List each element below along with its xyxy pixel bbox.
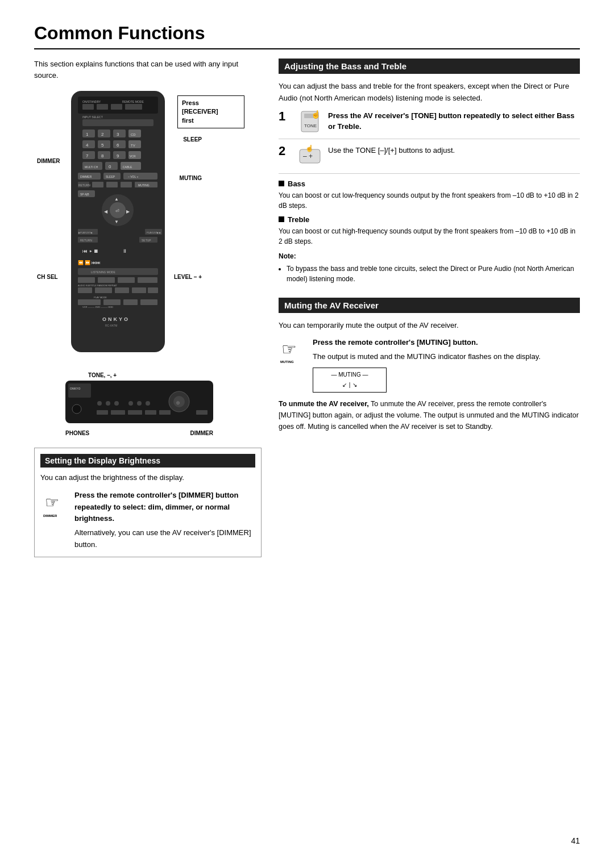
label-muting: MUTING <box>180 175 202 181</box>
svg-text:INPUT SELECT: INPUT SELECT <box>82 115 103 119</box>
svg-text:▶PLAYLIST◀: ▶PLAYLIST◀ <box>78 231 93 234</box>
svg-rect-78 <box>138 277 157 283</box>
label-level: LEVEL – + <box>174 274 202 280</box>
bass-subsection: Bass You can boost or cut low-frequency … <box>279 180 580 211</box>
svg-text:LISTENING MODE: LISTENING MODE <box>91 270 115 274</box>
bass-text: You can boost or cut low-frequency sound… <box>279 190 580 211</box>
label-chsel: CH SEL <box>37 274 58 280</box>
svg-text:– VOL +: – VOL + <box>128 175 138 178</box>
svg-text:ONKYO: ONKYO <box>70 387 80 390</box>
svg-point-100 <box>128 401 133 406</box>
svg-text:2: 2 <box>101 132 104 137</box>
tone-label: TONE, –, + <box>88 372 179 378</box>
svg-text:PLAYLIST▶◀: PLAYLIST▶◀ <box>147 231 161 234</box>
muting-intro: You can temporarily mute the output of t… <box>279 320 580 332</box>
svg-text:⏪ ⏩ ⏮⏭: ⏪ ⏩ ⏮⏭ <box>78 260 101 265</box>
svg-rect-88 <box>123 299 138 305</box>
to-unmute-text: To unmute the AV receiver, To unmute the… <box>279 398 580 432</box>
svg-text:▲: ▲ <box>114 197 119 202</box>
treble-text: You can boost or cut high-frequency soun… <box>279 226 580 247</box>
svg-rect-30 <box>113 151 126 159</box>
svg-text:AUDIO  SUBTITLE  RANDOM  REPEA: AUDIO SUBTITLE RANDOM REPEAT <box>78 284 117 287</box>
svg-text:PLAY MODE: PLAY MODE <box>94 296 107 299</box>
svg-rect-20 <box>98 140 110 148</box>
tone-remote-svg: ONKYO ◎ <box>65 381 213 426</box>
svg-rect-28 <box>98 151 110 159</box>
svg-rect-107 <box>111 410 125 415</box>
svg-rect-80 <box>78 287 92 293</box>
callout-press-receiver: Press [RECEIVER] first <box>177 95 244 128</box>
svg-text:⏮ ▶ ⏹: ⏮ ▶ ⏹ <box>82 248 98 254</box>
svg-text:MUTING: MUTING <box>138 183 150 187</box>
muting-display: — MUTING — ↙|↘ <box>313 368 387 393</box>
svg-text:☞: ☞ <box>45 494 59 511</box>
page-title: Common Functions <box>34 23 580 49</box>
step2-content: Use the TONE [–]/[+] buttons to adjust. <box>328 145 580 156</box>
svg-rect-4 <box>82 104 94 110</box>
svg-rect-89 <box>140 299 157 305</box>
muting-step-row: ☞ MUTING Press the remote controller's [… <box>279 337 580 393</box>
muting-section: Muting the AV Receiver You can temporari… <box>279 298 580 432</box>
svg-rect-10 <box>82 130 95 137</box>
svg-text:VCR: VCR <box>130 155 136 158</box>
remote-svg: ON/STANDBY REMOTE MODE INPUT SELECT 1 2 <box>65 91 171 364</box>
svg-point-99 <box>114 401 119 406</box>
svg-rect-9 <box>82 119 154 126</box>
svg-rect-73 <box>78 268 158 275</box>
svg-text:▶: ▶ <box>126 209 130 214</box>
svg-rect-22 <box>113 140 126 148</box>
treble-subsection: Treble You can boost or cut high-frequen… <box>279 215 580 247</box>
svg-text:RETURN: RETURN <box>80 239 92 242</box>
step2-num: 2 <box>279 145 291 157</box>
svg-text:☝: ☝ <box>311 110 321 119</box>
label-sleep: SLEEP <box>183 136 202 143</box>
svg-point-101 <box>137 401 142 406</box>
svg-point-102 <box>146 401 150 406</box>
bass-heading: Bass <box>279 180 580 188</box>
adjusting-intro: You can adjust the bass and treble for t… <box>279 81 580 105</box>
page-number: 41 <box>571 836 580 845</box>
svg-text:⏎: ⏎ <box>115 208 119 214</box>
svg-rect-12 <box>98 130 110 137</box>
svg-text:☞: ☞ <box>281 340 297 358</box>
svg-text:◎: ◎ <box>176 400 180 404</box>
svg-text:SP A|B: SP A|B <box>80 193 89 196</box>
svg-point-98 <box>106 401 110 406</box>
svg-rect-18 <box>82 140 95 148</box>
svg-rect-50 <box>121 182 132 187</box>
svg-rect-94 <box>68 383 91 398</box>
intro-text: This section explains functions that can… <box>34 59 262 81</box>
svg-rect-48 <box>92 182 103 187</box>
svg-rect-86 <box>78 299 101 305</box>
treble-heading: Treble <box>279 215 580 224</box>
svg-text:MULTI CH: MULTI CH <box>85 165 98 169</box>
adjusting-heading: Adjusting the Bass and Treble <box>279 59 580 74</box>
adjusting-section: Adjusting the Bass and Treble You can ad… <box>279 59 580 284</box>
display-brightness-intro: You can adjust the brightness of the dis… <box>40 472 255 484</box>
muting-step-content: Press the remote controller's [MUTING] b… <box>313 337 580 393</box>
svg-rect-110 <box>159 410 171 415</box>
step1-num: 1 <box>279 110 291 123</box>
svg-text:TV: TV <box>131 144 135 147</box>
svg-rect-76 <box>98 277 115 283</box>
step1-row: 1 TONE ☝ Press the AV receiver's [TONE] … <box>279 110 580 139</box>
svg-text:CABLE: CABLE <box>123 165 132 169</box>
svg-rect-82 <box>115 287 129 293</box>
svg-rect-87 <box>103 299 121 305</box>
step2-icon: – + ☝ <box>297 145 322 168</box>
svg-text:5: 5 <box>101 143 104 148</box>
note-block: Note: To bypass the bass and treble tone… <box>279 251 580 284</box>
svg-text:RC-647M: RC-647M <box>105 324 117 327</box>
svg-text:MUTING: MUTING <box>280 360 294 364</box>
svg-text:– +: – + <box>303 152 313 160</box>
phones-label: PHONES <box>65 430 89 436</box>
svg-text:⏸: ⏸ <box>122 248 127 254</box>
svg-rect-14 <box>113 130 126 137</box>
svg-rect-5 <box>97 104 108 110</box>
svg-rect-81 <box>95 287 112 293</box>
svg-text:1: 1 <box>86 132 89 137</box>
svg-rect-36 <box>105 162 118 170</box>
svg-rect-6 <box>111 104 122 110</box>
svg-text:SETUP: SETUP <box>142 239 151 242</box>
svg-text:3: 3 <box>117 132 119 137</box>
